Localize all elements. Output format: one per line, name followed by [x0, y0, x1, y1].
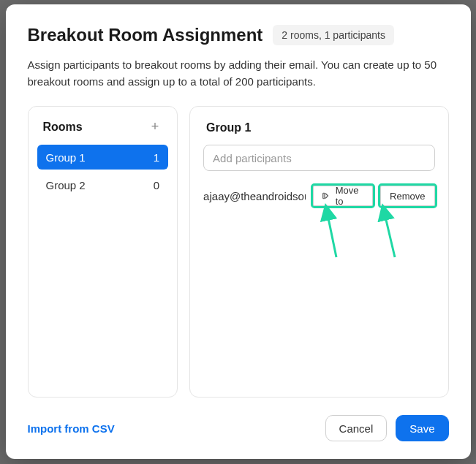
add-participants-input[interactable]	[203, 145, 434, 171]
room-name: Group 2	[46, 179, 86, 191]
participant-email: ajaay@theandroidsou	[203, 190, 306, 202]
modal-header: Breakout Room Assignment 2 rooms, 1 part…	[28, 25, 449, 45]
rooms-panel-header: Rooms +	[37, 120, 169, 145]
add-room-button[interactable]: +	[148, 120, 162, 134]
room-item-group-1[interactable]: Group 1 1	[37, 145, 169, 170]
footer-actions: Cancel Save	[325, 415, 449, 441]
modal-description: Assign participants to breakout rooms by…	[28, 57, 449, 90]
move-to-icon	[322, 191, 331, 200]
breakout-assignment-modal: Breakout Room Assignment 2 rooms, 1 part…	[6, 4, 471, 459]
participant-actions: Move to Remove	[313, 186, 435, 206]
selected-room-heading: Group 1	[206, 121, 434, 134]
room-count: 1	[154, 151, 159, 164]
rooms-panel: Rooms + Group 1 1 Group 2 0	[28, 106, 178, 398]
panels-container: Rooms + Group 1 1 Group 2 0 Group 1 ajaa…	[28, 106, 449, 398]
modal-title: Breakout Room Assignment	[28, 25, 263, 45]
room-item-group-2[interactable]: Group 2 0	[37, 172, 169, 197]
remove-button[interactable]: Remove	[380, 186, 434, 206]
room-name: Group 1	[46, 151, 86, 164]
save-button[interactable]: Save	[396, 415, 448, 441]
modal-backdrop: Breakout Room Assignment 2 rooms, 1 part…	[0, 0, 476, 464]
participants-panel: Group 1 ajaay@theandroidsou Move	[189, 106, 448, 398]
room-count: 0	[154, 179, 159, 191]
participant-row: ajaay@theandroidsou Move to	[203, 186, 434, 206]
rooms-summary-pill: 2 rooms, 1 participants	[273, 25, 394, 45]
cancel-button[interactable]: Cancel	[325, 415, 388, 441]
remove-label: Remove	[390, 191, 425, 202]
modal-footer: Import from CSV Cancel Save	[28, 415, 449, 441]
rooms-heading: Rooms	[43, 121, 83, 134]
svg-rect-0	[322, 193, 324, 199]
move-to-button[interactable]: Move to	[313, 186, 373, 206]
import-from-csv-link[interactable]: Import from CSV	[28, 422, 115, 435]
move-to-label: Move to	[336, 185, 363, 207]
